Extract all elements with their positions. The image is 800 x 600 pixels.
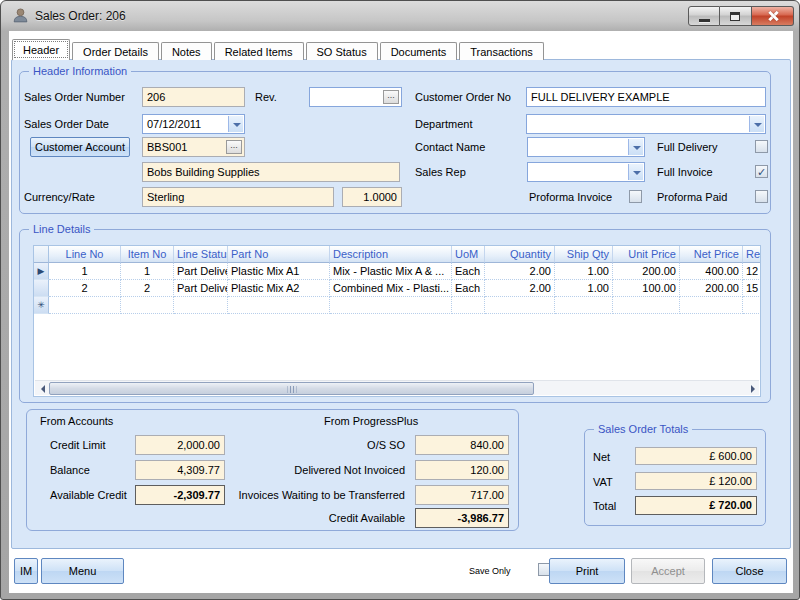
cell-unit-price[interactable]: 100.00 [613,280,680,297]
tab-notes[interactable]: Notes [161,42,212,60]
column-header[interactable]: Quantity [485,246,555,263]
column-header[interactable]: Part No [228,246,330,263]
accept-button[interactable]: Accept [631,558,705,584]
sales-rep-combo[interactable] [527,162,645,182]
cell-description[interactable]: Combined Mix - Plasti... [330,280,452,297]
credit-available-field: -3,986.77 [415,508,509,528]
contact-name-combo[interactable] [527,137,645,157]
cell-uom[interactable]: Each [452,263,485,280]
column-header[interactable]: Re [743,246,761,263]
customer-order-no-field[interactable]: FULL DELIVERY EXAMPLE [526,87,766,107]
customer-account-button[interactable]: Customer Account [30,137,130,157]
invoices-waiting-label: Invoices Waiting to be Transferred [238,485,405,505]
cell-part-no[interactable]: Plastic Mix A1 [228,263,330,280]
column-header[interactable]: Net Price [680,246,743,263]
close-window-button[interactable] [752,6,794,26]
close-icon [767,10,779,22]
scrollbar-thumb[interactable] [49,382,534,395]
grid-corner-cell [34,246,49,263]
tab-strip: Header Order Details Notes Related Items… [12,39,546,60]
horizontal-scrollbar[interactable] [35,380,759,395]
cell-line-no[interactable]: 1 [49,263,121,280]
menu-button[interactable]: Menu [41,558,124,584]
cell-ship-qty[interactable]: 1.00 [555,280,613,297]
tab-header[interactable]: Header [12,39,70,60]
accounts-summary-box: From Accounts From ProgressPlus Credit L… [26,409,519,531]
chevron-down-icon[interactable] [628,164,643,180]
proforma-invoice-checkbox[interactable] [629,190,642,203]
currency-field[interactable]: Sterling [142,187,334,207]
table-row[interactable]: 2 2 Part Delive... Plastic Mix A2 Combin… [34,280,760,297]
cell-line-no[interactable]: 2 [49,280,121,297]
close-button[interactable]: Close [712,558,787,584]
tab-transactions[interactable]: Transactions [459,42,544,60]
cell-req[interactable]: 12 [743,263,761,280]
cell-uom[interactable]: Each [452,280,485,297]
column-header[interactable]: Line No [49,246,121,263]
tab-order-details[interactable]: Order Details [72,42,159,60]
chevron-down-icon[interactable] [628,139,643,155]
proforma-paid-label: Proforma Paid [657,187,727,207]
tab-documents[interactable]: Documents [380,42,458,60]
cell-net-price[interactable]: 200.00 [680,280,743,297]
column-header[interactable]: Unit Price [613,246,680,263]
cell-item-no[interactable]: 2 [121,280,174,297]
from-progressplus-title: From ProgressPlus [324,415,418,427]
chevron-down-icon[interactable] [228,116,243,132]
cell-line-status[interactable]: Part Delive... [174,280,228,297]
save-only-label: Save Only [469,561,511,581]
customer-account-field[interactable]: BBS001 ... [142,137,245,157]
customer-name-field[interactable]: Bobs Building Supplies [142,162,400,182]
total-label: Total [593,496,616,516]
column-header[interactable]: Ship Qty [555,246,613,263]
rate-field[interactable]: 1.0000 [342,187,402,207]
column-header[interactable]: UoM [452,246,485,263]
sales-order-date-combo[interactable]: 07/12/2011 [142,114,245,134]
im-button[interactable]: IM [14,558,38,584]
cell-quantity[interactable]: 2.00 [485,263,555,280]
net-field: £ 600.00 [635,447,757,465]
tab-related-items[interactable]: Related Items [214,42,304,60]
department-combo[interactable] [526,114,766,134]
cell-ship-qty[interactable]: 1.00 [555,263,613,280]
cell-part-no[interactable]: Plastic Mix A2 [228,280,330,297]
balance-field: 4,309.77 [135,460,225,480]
sales-order-number-field[interactable]: 206 [142,87,245,107]
delivered-not-invoiced-label: Delivered Not Invoiced [294,460,405,480]
row-selector[interactable] [34,280,49,297]
rev-field[interactable]: ... [309,87,402,107]
delivered-not-invoiced-field: 120.00 [415,460,509,480]
new-row[interactable]: ✳ [34,297,760,314]
column-header[interactable]: Description [330,246,452,263]
table-row[interactable]: ▶ 1 1 Part Delive... Plastic Mix A1 Mix … [34,263,760,280]
maximize-button[interactable] [720,6,752,26]
sales-order-date-value: 07/12/2011 [147,118,201,130]
cell-unit-price[interactable]: 200.00 [613,263,680,280]
full-delivery-checkbox[interactable] [755,140,768,153]
line-details-title: Line Details [29,223,94,235]
column-header[interactable]: Item No [121,246,174,263]
window-title: Sales Order: 206 [35,9,126,23]
column-header[interactable]: Line Status [174,246,228,263]
customer-account-value: BBS001 [147,141,187,153]
scroll-left-icon[interactable] [35,382,48,395]
print-button[interactable]: Print [549,558,625,584]
chevron-down-icon[interactable] [749,116,764,132]
cell-line-status[interactable]: Part Delive... [174,263,228,280]
cell-description[interactable]: Mix - Plastic Mix A & ... [330,263,452,280]
current-row-indicator: ▶ [34,263,49,280]
cell-quantity[interactable]: 2.00 [485,280,555,297]
title-bar[interactable]: Sales Order: 206 [1,1,799,31]
cell-req[interactable]: 15 [743,280,761,297]
cell-net-price[interactable]: 400.00 [680,263,743,280]
proforma-paid-checkbox[interactable] [755,190,768,203]
header-information-title: Header Information [29,65,131,77]
tab-so-status[interactable]: SO Status [306,42,378,60]
rev-browse-button[interactable]: ... [383,90,399,104]
scroll-right-icon[interactable] [746,382,759,395]
full-invoice-checkbox[interactable]: ✓ [755,165,768,178]
cell-item-no[interactable]: 1 [121,263,174,280]
minimize-button[interactable] [688,6,720,26]
customer-account-browse-button[interactable]: ... [226,140,242,154]
credit-limit-field: 2,000.00 [135,435,225,455]
